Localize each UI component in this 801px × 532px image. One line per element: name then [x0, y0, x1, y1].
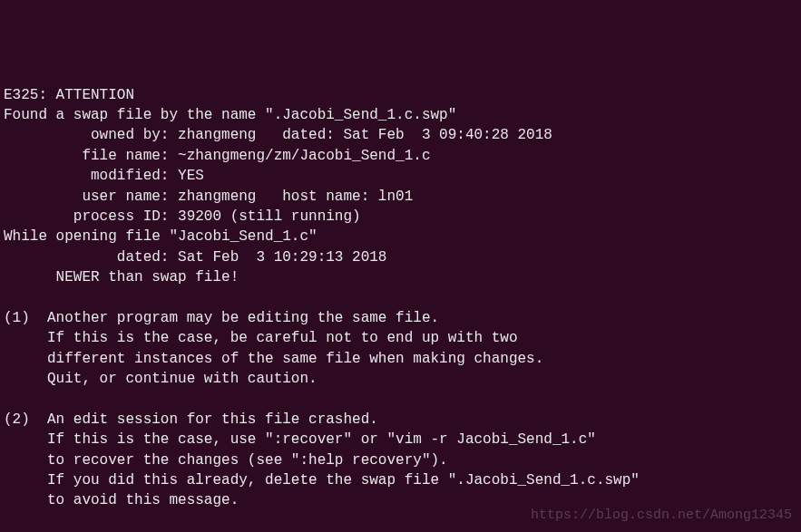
option-2-text: If you did this already, delete the swap…	[4, 472, 640, 488]
option-1-header: (1) Another program may be editing the s…	[4, 310, 439, 326]
process-id-line: process ID: 39200 (still running)	[4, 208, 361, 225]
option-1-text: If this is the case, be careful not to e…	[4, 330, 518, 346]
option-2-text: If this is the case, use ":recover" or "…	[4, 431, 596, 448]
error-header: E325: ATTENTION	[4, 87, 134, 103]
user-name-line: user name: zhangmeng host name: ln01	[4, 189, 413, 205]
option-1-text: Quit, or continue with caution.	[4, 371, 317, 387]
terminal-output: E325: ATTENTION Found a swap file by the…	[4, 85, 797, 532]
modified-line: modified: YES	[4, 168, 204, 184]
newer-line: NEWER than swap file!	[4, 269, 239, 285]
option-2-text: to recover the changes (see ":help recov…	[4, 452, 448, 469]
dated-line: dated: Sat Feb 3 10:29:13 2018	[4, 249, 386, 266]
while-opening-line: While opening file "Jacobi_Send_1.c"	[4, 228, 317, 245]
file-name-line: file name: ~zhangmeng/zm/Jacobi_Send_1.c	[4, 148, 430, 164]
swap-file-found: Found a swap file by the name ".Jacobi_S…	[4, 107, 456, 123]
option-2-text: to avoid this message.	[4, 492, 239, 508]
option-2-header: (2) An edit session for this file crashe…	[4, 411, 378, 428]
owned-by-line: owned by: zhangmeng dated: Sat Feb 3 09:…	[4, 127, 552, 143]
option-1-text: different instances of the same file whe…	[4, 351, 543, 367]
